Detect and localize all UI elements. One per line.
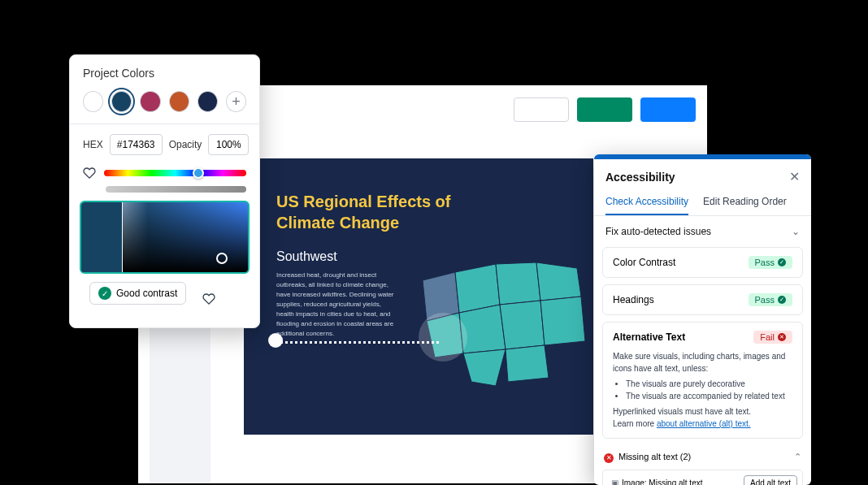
- toolbar-button-teal[interactable]: [577, 97, 632, 122]
- swatch-navy[interactable]: [197, 91, 218, 112]
- alt-text-description: Make sure visuals, including charts, ima…: [613, 350, 792, 430]
- sat-val-preview: [81, 202, 123, 272]
- favorite-icon[interactable]: [83, 167, 96, 180]
- chevron-up-icon: ⌃: [794, 452, 801, 462]
- slide-body-text: Increased heat, drought and insect outbr…: [276, 271, 398, 339]
- swatch-magenta[interactable]: [140, 91, 160, 112]
- check-label: Alternative Text: [613, 331, 685, 343]
- fix-issues-toggle[interactable]: Fix auto-detected issues ⌄: [594, 216, 811, 247]
- swatch-orange[interactable]: [169, 91, 189, 112]
- fail-badge: Fail✕: [753, 331, 792, 344]
- hex-row: HEX Opacity: [70, 134, 259, 167]
- image-icon: ▣: [611, 479, 618, 486]
- saturation-value-picker[interactable]: [80, 201, 250, 274]
- swatch-row: +: [70, 83, 259, 123]
- pass-badge: Pass✓: [749, 293, 792, 306]
- connector-handle[interactable]: [268, 333, 283, 348]
- add-alt-text-button[interactable]: Add alt text: [744, 475, 797, 486]
- check-icon: ✓: [98, 287, 111, 300]
- tab-edit-reading-order[interactable]: Edit Reading Order: [703, 191, 787, 215]
- swatch-add[interactable]: +: [226, 91, 246, 112]
- sat-val-handle[interactable]: [216, 253, 228, 264]
- opacity-slider[interactable]: [106, 186, 246, 193]
- contrast-label: Good contrast: [116, 288, 177, 299]
- hue-row: [70, 167, 259, 186]
- opacity-input[interactable]: [208, 134, 249, 155]
- opacity-label: Opacity: [169, 139, 202, 150]
- hue-slider[interactable]: [104, 170, 246, 176]
- chevron-down-icon: ⌄: [792, 226, 800, 237]
- toolbar-buttons: [514, 97, 696, 122]
- error-icon: ✕: [604, 453, 614, 463]
- toolbar-button-outline[interactable]: [514, 97, 569, 122]
- accessibility-panel: Accessibility ✕ Check Accessibility Edit…: [594, 154, 811, 485]
- missing-alt-item: ▣Image: Missing alt text Add alt text: [602, 470, 803, 486]
- check-label: Color Contrast: [613, 257, 675, 268]
- check-headings[interactable]: Headings Pass✓: [602, 284, 803, 315]
- color-panel-title: Project Colors: [70, 55, 259, 83]
- map-highlight-circle: [419, 313, 467, 362]
- learn-more-link[interactable]: about alternative (alt) text.: [657, 419, 751, 428]
- a11y-tabs: Check Accessibility Edit Reading Order: [594, 191, 811, 216]
- slide-title: US Regional Effects ofClimate Change: [276, 191, 569, 233]
- hex-input[interactable]: [110, 134, 163, 155]
- swatch-dark-blue[interactable]: [111, 91, 132, 112]
- a11y-title: Accessibility: [605, 171, 675, 184]
- check-alt-text: Alternative Text Fail✕ Make sure visuals…: [602, 322, 803, 439]
- contrast-status: ✓ Good contrast: [89, 282, 186, 305]
- check-label: Headings: [613, 294, 654, 305]
- missing-alt-header[interactable]: ✕Missing alt text (2) ⌃: [594, 445, 811, 466]
- favorite-icon-2[interactable]: [202, 292, 215, 305]
- color-picker-panel: Project Colors + HEX Opacity ✓ Good cont…: [69, 54, 260, 328]
- pass-badge: Pass✓: [749, 256, 792, 269]
- tab-check-accessibility[interactable]: Check Accessibility: [605, 191, 688, 215]
- hue-handle[interactable]: [193, 167, 204, 179]
- close-icon[interactable]: ✕: [789, 169, 800, 184]
- swatch-white[interactable]: [83, 91, 103, 112]
- toolbar-button-blue[interactable]: [640, 97, 696, 122]
- connector-line: [276, 341, 439, 344]
- fix-issues-label: Fix auto-detected issues: [605, 226, 711, 237]
- slide-canvas[interactable]: US Regional Effects ofClimate Change Sou…: [244, 158, 593, 435]
- check-color-contrast[interactable]: Color Contrast Pass✓: [602, 247, 803, 278]
- hex-label: HEX: [83, 139, 103, 150]
